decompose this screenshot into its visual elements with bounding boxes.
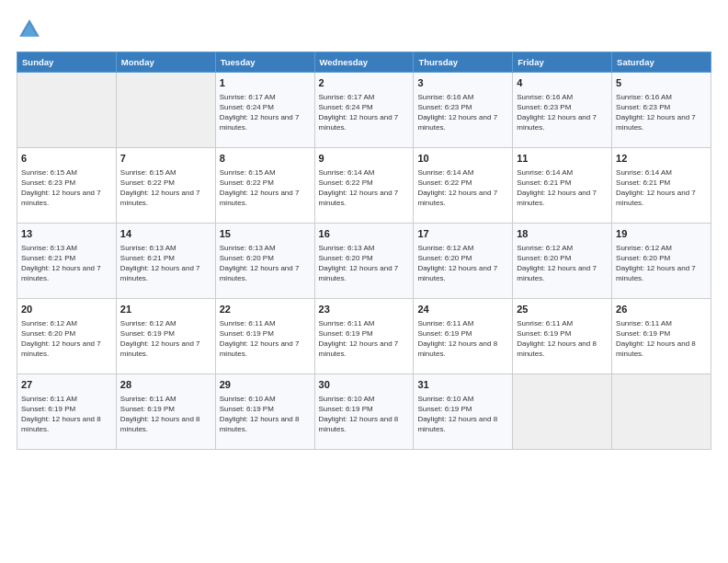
day-cell: 29Sunrise: 6:10 AM Sunset: 6:19 PM Dayli… xyxy=(215,374,314,450)
day-info: Sunrise: 6:15 AM Sunset: 6:23 PM Dayligh… xyxy=(21,167,112,209)
day-cell: 20Sunrise: 6:12 AM Sunset: 6:20 PM Dayli… xyxy=(17,299,117,374)
day-number: 20 xyxy=(21,303,112,316)
week-row-2: 6Sunrise: 6:15 AM Sunset: 6:23 PM Daylig… xyxy=(17,148,711,224)
week-row-4: 20Sunrise: 6:12 AM Sunset: 6:20 PM Dayli… xyxy=(17,299,711,374)
header-cell-monday: Monday xyxy=(116,52,215,73)
day-number: 5 xyxy=(616,76,707,90)
week-row-5: 27Sunrise: 6:11 AM Sunset: 6:19 PM Dayli… xyxy=(17,374,711,450)
day-info: Sunrise: 6:13 AM Sunset: 6:21 PM Dayligh… xyxy=(21,243,112,284)
day-cell: 26Sunrise: 6:11 AM Sunset: 6:19 PM Dayli… xyxy=(612,299,711,374)
day-number: 3 xyxy=(417,76,508,90)
day-cell: 30Sunrise: 6:10 AM Sunset: 6:19 PM Dayli… xyxy=(314,374,414,450)
day-cell: 3Sunrise: 6:16 AM Sunset: 6:23 PM Daylig… xyxy=(414,73,513,148)
day-number: 8 xyxy=(220,152,311,166)
day-number: 27 xyxy=(21,378,112,392)
day-info: Sunrise: 6:12 AM Sunset: 6:20 PM Dayligh… xyxy=(417,243,508,284)
day-info: Sunrise: 6:13 AM Sunset: 6:20 PM Dayligh… xyxy=(220,243,311,284)
header-row: SundayMondayTuesdayWednesdayThursdayFrid… xyxy=(17,52,711,73)
week-row-1: 1Sunrise: 6:17 AM Sunset: 6:24 PM Daylig… xyxy=(17,73,711,148)
day-number: 13 xyxy=(21,227,112,241)
day-cell: 24Sunrise: 6:11 AM Sunset: 6:19 PM Dayli… xyxy=(414,299,513,374)
day-info: Sunrise: 6:14 AM Sunset: 6:21 PM Dayligh… xyxy=(616,167,707,209)
day-number: 21 xyxy=(120,303,211,316)
day-number: 26 xyxy=(616,303,707,316)
day-info: Sunrise: 6:12 AM Sunset: 6:20 PM Dayligh… xyxy=(616,243,707,284)
day-number: 7 xyxy=(120,152,211,166)
day-number: 25 xyxy=(517,303,608,316)
day-number: 22 xyxy=(220,303,311,316)
day-cell xyxy=(513,374,612,450)
header-cell-sunday: Sunday xyxy=(17,52,117,73)
day-number: 4 xyxy=(517,76,608,90)
day-cell xyxy=(17,73,117,148)
day-number: 18 xyxy=(517,227,608,241)
day-info: Sunrise: 6:15 AM Sunset: 6:22 PM Dayligh… xyxy=(220,167,311,209)
day-cell: 17Sunrise: 6:12 AM Sunset: 6:20 PM Dayli… xyxy=(414,224,513,299)
header xyxy=(17,17,711,42)
day-info: Sunrise: 6:11 AM Sunset: 6:19 PM Dayligh… xyxy=(517,318,608,360)
day-number: 6 xyxy=(21,152,112,166)
day-info: Sunrise: 6:13 AM Sunset: 6:21 PM Dayligh… xyxy=(120,243,211,284)
day-number: 9 xyxy=(319,152,410,166)
day-cell xyxy=(612,374,711,450)
logo-icon xyxy=(17,17,42,42)
day-cell: 10Sunrise: 6:14 AM Sunset: 6:22 PM Dayli… xyxy=(414,148,513,224)
header-cell-friday: Friday xyxy=(513,52,612,73)
day-info: Sunrise: 6:12 AM Sunset: 6:20 PM Dayligh… xyxy=(517,243,608,284)
day-cell: 8Sunrise: 6:15 AM Sunset: 6:22 PM Daylig… xyxy=(215,148,314,224)
day-info: Sunrise: 6:10 AM Sunset: 6:19 PM Dayligh… xyxy=(220,394,311,435)
day-info: Sunrise: 6:16 AM Sunset: 6:23 PM Dayligh… xyxy=(517,92,608,133)
header-cell-saturday: Saturday xyxy=(612,52,711,73)
day-cell: 1Sunrise: 6:17 AM Sunset: 6:24 PM Daylig… xyxy=(215,73,314,148)
day-cell: 21Sunrise: 6:12 AM Sunset: 6:19 PM Dayli… xyxy=(116,299,215,374)
day-cell: 23Sunrise: 6:11 AM Sunset: 6:19 PM Dayli… xyxy=(314,299,414,374)
day-number: 11 xyxy=(517,152,608,166)
day-number: 23 xyxy=(319,303,410,316)
day-cell: 2Sunrise: 6:17 AM Sunset: 6:24 PM Daylig… xyxy=(314,73,414,148)
day-cell: 25Sunrise: 6:11 AM Sunset: 6:19 PM Dayli… xyxy=(513,299,612,374)
day-number: 29 xyxy=(220,378,311,392)
logo xyxy=(17,17,46,42)
calendar-table: SundayMondayTuesdayWednesdayThursdayFrid… xyxy=(17,52,711,450)
day-number: 19 xyxy=(616,227,707,241)
day-cell: 4Sunrise: 6:16 AM Sunset: 6:23 PM Daylig… xyxy=(513,73,612,148)
day-number: 16 xyxy=(319,227,410,241)
day-info: Sunrise: 6:16 AM Sunset: 6:23 PM Dayligh… xyxy=(616,92,707,133)
day-number: 24 xyxy=(417,303,508,316)
day-info: Sunrise: 6:15 AM Sunset: 6:22 PM Dayligh… xyxy=(120,167,211,209)
header-cell-wednesday: Wednesday xyxy=(314,52,414,73)
day-info: Sunrise: 6:17 AM Sunset: 6:24 PM Dayligh… xyxy=(319,92,410,133)
day-info: Sunrise: 6:11 AM Sunset: 6:19 PM Dayligh… xyxy=(417,318,508,360)
day-cell: 7Sunrise: 6:15 AM Sunset: 6:22 PM Daylig… xyxy=(116,148,215,224)
day-cell: 11Sunrise: 6:14 AM Sunset: 6:21 PM Dayli… xyxy=(513,148,612,224)
day-info: Sunrise: 6:11 AM Sunset: 6:19 PM Dayligh… xyxy=(120,394,211,435)
day-number: 14 xyxy=(120,227,211,241)
day-cell: 16Sunrise: 6:13 AM Sunset: 6:20 PM Dayli… xyxy=(314,224,414,299)
day-info: Sunrise: 6:14 AM Sunset: 6:22 PM Dayligh… xyxy=(319,167,410,209)
day-number: 1 xyxy=(220,76,311,90)
day-info: Sunrise: 6:13 AM Sunset: 6:20 PM Dayligh… xyxy=(319,243,410,284)
day-cell: 13Sunrise: 6:13 AM Sunset: 6:21 PM Dayli… xyxy=(17,224,117,299)
day-cell: 12Sunrise: 6:14 AM Sunset: 6:21 PM Dayli… xyxy=(612,148,711,224)
day-info: Sunrise: 6:14 AM Sunset: 6:21 PM Dayligh… xyxy=(517,167,608,209)
day-number: 17 xyxy=(417,227,508,241)
day-info: Sunrise: 6:17 AM Sunset: 6:24 PM Dayligh… xyxy=(220,92,311,133)
day-info: Sunrise: 6:11 AM Sunset: 6:19 PM Dayligh… xyxy=(21,394,112,435)
day-number: 10 xyxy=(417,152,508,166)
day-cell: 28Sunrise: 6:11 AM Sunset: 6:19 PM Dayli… xyxy=(116,374,215,450)
day-cell: 5Sunrise: 6:16 AM Sunset: 6:23 PM Daylig… xyxy=(612,73,711,148)
day-cell: 27Sunrise: 6:11 AM Sunset: 6:19 PM Dayli… xyxy=(17,374,117,450)
day-cell: 22Sunrise: 6:11 AM Sunset: 6:19 PM Dayli… xyxy=(215,299,314,374)
header-cell-tuesday: Tuesday xyxy=(215,52,314,73)
day-number: 2 xyxy=(319,76,410,90)
page: SundayMondayTuesdayWednesdayThursdayFrid… xyxy=(0,0,728,563)
day-number: 31 xyxy=(417,378,508,392)
day-number: 12 xyxy=(616,152,707,166)
day-cell: 18Sunrise: 6:12 AM Sunset: 6:20 PM Dayli… xyxy=(513,224,612,299)
day-cell: 31Sunrise: 6:10 AM Sunset: 6:19 PM Dayli… xyxy=(414,374,513,450)
day-cell: 6Sunrise: 6:15 AM Sunset: 6:23 PM Daylig… xyxy=(17,148,117,224)
day-cell: 19Sunrise: 6:12 AM Sunset: 6:20 PM Dayli… xyxy=(612,224,711,299)
day-cell xyxy=(116,73,215,148)
day-info: Sunrise: 6:12 AM Sunset: 6:19 PM Dayligh… xyxy=(120,318,211,360)
day-info: Sunrise: 6:10 AM Sunset: 6:19 PM Dayligh… xyxy=(417,394,508,435)
